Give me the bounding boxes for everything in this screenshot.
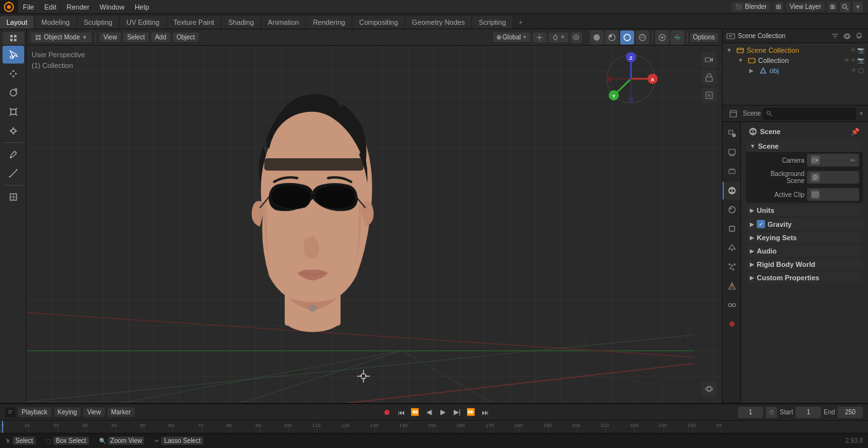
scene-options-btn[interactable]: ⊞ xyxy=(773,2,783,12)
playback-mode-btn[interactable]: Playback xyxy=(18,407,51,417)
camera-value-btn[interactable]: ✏ xyxy=(807,154,859,166)
keying-mode-btn[interactable]: Keying xyxy=(54,407,81,417)
active-workspace-btn[interactable]: ⬛ Blender xyxy=(731,2,770,11)
viewport-shading-solid[interactable] xyxy=(590,31,604,44)
view-layer-btn[interactable]: View Layer xyxy=(786,2,825,11)
scale-tool[interactable] xyxy=(3,103,24,121)
prop-tab-constraints[interactable] xyxy=(722,296,740,314)
outliner-item-obj[interactable]: ▶ obj 👁 xyxy=(722,65,868,76)
prop-tab-physics[interactable] xyxy=(722,277,740,295)
background-scene-value-btn[interactable] xyxy=(807,171,859,184)
navigation-gizmo[interactable]: Z X Y xyxy=(604,52,658,106)
current-frame-input[interactable] xyxy=(738,407,763,418)
outliner-item-collection[interactable]: ▼ Collection 👁 ✦ 📷 xyxy=(722,55,868,65)
gravity-checkbox[interactable]: ✓ xyxy=(757,220,765,228)
outliner-restrict-icon[interactable] xyxy=(854,31,864,41)
properties-search-box[interactable] xyxy=(763,108,856,119)
viewport-shading-material2[interactable] xyxy=(635,31,649,44)
collection-select-icon[interactable]: ✦ xyxy=(851,57,856,64)
tab-shading[interactable]: Shading xyxy=(222,16,260,29)
collection-render-icon[interactable]: 📷 xyxy=(857,57,864,64)
obj-restrict-icon[interactable] xyxy=(858,67,864,74)
prop-tab-view-layer[interactable] xyxy=(722,163,740,180)
tab-geometry-nodes[interactable]: Geometry Nodes xyxy=(405,16,471,29)
tab-uv-editing[interactable]: UV Editing xyxy=(120,16,166,29)
record-btn[interactable] xyxy=(381,407,393,418)
object-menu-btn[interactable]: Object xyxy=(173,32,199,42)
select-menu-btn[interactable]: Select xyxy=(123,32,149,42)
obj-eye-icon[interactable]: 👁 xyxy=(851,67,857,74)
tab-modeling[interactable]: Modeling xyxy=(35,16,76,29)
view-lock-icon[interactable] xyxy=(702,70,717,85)
prop-tab-world[interactable] xyxy=(722,201,740,219)
jump-end-btn[interactable]: ⏭ xyxy=(479,407,491,418)
play-btn[interactable]: ▶ xyxy=(437,407,449,418)
add-menu-btn[interactable]: Add xyxy=(151,32,170,42)
camera-fly-icon[interactable] xyxy=(702,52,717,67)
tab-texture-paint[interactable]: Texture Paint xyxy=(167,16,220,29)
jump-fwd-btn[interactable]: ⏩ xyxy=(465,407,477,418)
pivot-btn[interactable] xyxy=(532,32,546,43)
tab-scripting[interactable]: Scripting xyxy=(472,16,512,29)
gravity-section-header[interactable]: ▶ ✓ Gravity xyxy=(746,218,863,230)
menu-window[interactable]: Window xyxy=(95,0,130,13)
tab-sculpting[interactable]: Sculpting xyxy=(78,16,119,29)
annotate-tool[interactable] xyxy=(3,146,24,163)
tab-rendering[interactable]: Rendering xyxy=(306,16,351,29)
object-mode-selector[interactable]: Object Mode ▼ xyxy=(31,32,92,43)
filter-btn[interactable]: ▼ xyxy=(853,2,863,12)
prop-tab-modifier[interactable] xyxy=(722,239,740,257)
proportional-btn[interactable] xyxy=(571,32,582,43)
outliner-restrict-render[interactable]: 📷 xyxy=(857,47,864,53)
marker-mode-btn[interactable]: Marker xyxy=(107,407,135,417)
frame-clock-icon[interactable]: ⏱ xyxy=(766,407,777,418)
search-btn[interactable] xyxy=(840,2,850,12)
overlay-btn[interactable] xyxy=(655,31,669,44)
prop-tab-render[interactable] xyxy=(722,125,740,142)
camera-edit-icon[interactable]: ✏ xyxy=(850,157,855,164)
prop-tab-material[interactable] xyxy=(722,315,740,333)
add-workspace-btn[interactable]: + xyxy=(513,16,527,29)
move-tool[interactable] xyxy=(3,65,24,83)
measure-tool[interactable] xyxy=(3,165,24,182)
outliner-filter-icon[interactable] xyxy=(830,31,840,41)
viewport-shading-material[interactable] xyxy=(605,31,619,44)
gizmo-btn[interactable] xyxy=(670,31,684,44)
step-back-btn[interactable]: ◀ xyxy=(423,407,435,418)
snap-toggle[interactable]: ▼ xyxy=(548,32,569,43)
prop-tab-object[interactable] xyxy=(722,220,740,238)
view-mode-btn[interactable]: View xyxy=(83,407,105,417)
show-hide-icon[interactable] xyxy=(702,381,717,397)
scene-section-header[interactable]: ▼ Scene xyxy=(746,140,863,152)
jump-back-btn[interactable]: ⏪ xyxy=(409,407,421,418)
step-forward-btn[interactable]: ▶| xyxy=(451,407,463,418)
transform-global-btn[interactable]: ⊕ Global ▼ xyxy=(493,32,531,42)
start-frame-input[interactable] xyxy=(796,407,821,418)
end-frame-input[interactable] xyxy=(837,407,863,418)
rigid-body-header[interactable]: ▶ Rigid Body World xyxy=(746,259,863,270)
collection-eye-icon[interactable]: 👁 xyxy=(844,57,850,64)
active-clip-value-btn[interactable] xyxy=(807,188,859,201)
view-menu-btn[interactable]: View xyxy=(100,32,121,42)
menu-file[interactable]: File xyxy=(18,0,39,13)
outliner-view-icon[interactable] xyxy=(842,31,852,41)
jump-start-btn[interactable]: ⏮ xyxy=(395,407,407,418)
options-btn[interactable]: Options xyxy=(690,32,718,42)
custom-props-header[interactable]: ▶ Custom Properties xyxy=(746,272,863,283)
outliner-item-scene-collection[interactable]: ▼ Scene Collection 👁 📷 xyxy=(722,45,868,55)
add-cube-tool[interactable] xyxy=(3,188,24,206)
timeline-ruler[interactable]: 0 10 20 30 40 50 60 70 80 90 100 110 120… xyxy=(0,420,868,433)
tab-animation[interactable]: Animation xyxy=(262,16,306,29)
3d-viewport[interactable]: User Perspective (1) Collection Z X xyxy=(27,46,722,403)
menu-help[interactable]: Help xyxy=(130,0,154,13)
rotate-tool[interactable] xyxy=(3,84,24,102)
timeline-mode-icon[interactable]: ⏱ xyxy=(5,407,15,417)
cursor-tool[interactable] xyxy=(3,46,24,64)
viewport-shading-rendered[interactable] xyxy=(620,31,634,44)
units-section-header[interactable]: ▶ Units xyxy=(746,205,863,216)
menu-edit[interactable]: Edit xyxy=(39,0,62,13)
scene-pin-icon[interactable]: 📌 xyxy=(850,126,860,137)
filter-icon[interactable]: ▼ xyxy=(858,111,864,117)
outliner-eye-icon[interactable]: 👁 xyxy=(850,47,856,53)
prop-icon-settings[interactable] xyxy=(726,107,740,121)
